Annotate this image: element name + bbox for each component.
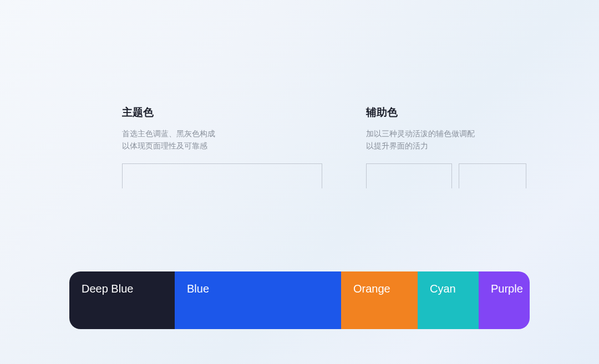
secondary-color-section: 辅助色 加以三种灵动活泼的辅色做调配 以提升界面的活力 — [366, 105, 521, 152]
swatch-label: Purple — [491, 283, 523, 295]
secondary-desc-line1: 加以三种灵动活泼的辅色做调配 — [366, 127, 521, 140]
secondary-desc-line2: 以提升界面的活力 — [366, 140, 521, 152]
swatch-purple: Purple — [479, 271, 530, 329]
color-swatch-bar: Deep Blue Blue Orange Cyan Purple — [69, 271, 530, 329]
swatch-label: Deep Blue — [82, 283, 133, 295]
primary-bracket — [122, 163, 322, 188]
bracket-connectors — [69, 163, 530, 188]
primary-section-desc: 首选主色调蓝、黑灰色构成 以体现页面理性及可靠感 — [122, 127, 261, 152]
swatch-orange: Orange — [341, 271, 418, 329]
primary-color-section: 主题色 首选主色调蓝、黑灰色构成 以体现页面理性及可靠感 — [122, 105, 261, 152]
primary-section-title: 主题色 — [122, 105, 261, 120]
color-palette-diagram: 主题色 首选主色调蓝、黑灰色构成 以体现页面理性及可靠感 辅助色 加以三种灵动活… — [69, 105, 530, 329]
swatch-label: Cyan — [430, 283, 456, 295]
secondary-bracket-1 — [366, 163, 452, 188]
swatch-blue: Blue — [175, 271, 341, 329]
swatch-label: Orange — [353, 283, 390, 295]
primary-desc-line2: 以体现页面理性及可靠感 — [122, 140, 261, 152]
secondary-bracket-2 — [459, 163, 526, 188]
secondary-section-title: 辅助色 — [366, 105, 521, 120]
primary-desc-line1: 首选主色调蓝、黑灰色构成 — [122, 127, 261, 140]
swatch-cyan: Cyan — [418, 271, 479, 329]
swatch-deep-blue: Deep Blue — [69, 271, 175, 329]
secondary-section-desc: 加以三种灵动活泼的辅色做调配 以提升界面的活力 — [366, 127, 521, 152]
swatch-label: Blue — [187, 283, 209, 295]
